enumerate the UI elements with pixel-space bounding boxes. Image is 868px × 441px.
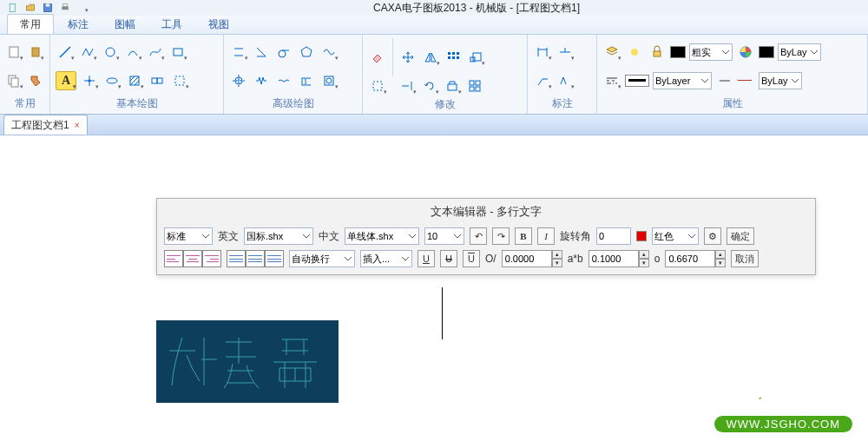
font-cn-combo[interactable]: 单线体.shx — [345, 227, 419, 245]
strikethrough-button[interactable]: U̶ — [440, 250, 457, 267]
insert-combo[interactable]: 插入... — [360, 250, 412, 267]
polyline-icon[interactable] — [78, 43, 97, 62]
centerline-icon[interactable] — [229, 71, 248, 90]
valign-mid-icon[interactable] — [246, 250, 265, 267]
layer-combo[interactable]: ByLayer — [653, 72, 712, 89]
circle-icon[interactable] — [101, 43, 120, 62]
close-icon[interactable]: × — [75, 121, 80, 130]
array-icon[interactable] — [444, 48, 463, 67]
widthfactor-spinner[interactable]: ▴▾ — [589, 250, 649, 267]
layeron-icon[interactable] — [625, 43, 644, 62]
erase-icon[interactable] — [368, 48, 387, 67]
line-icon[interactable] — [56, 43, 75, 62]
underline-button[interactable]: U — [418, 250, 435, 267]
cancel-button[interactable]: 取消 — [731, 250, 759, 267]
svg-rect-31 — [302, 78, 306, 85]
document-tab[interactable]: 工程图文档1 × — [3, 115, 88, 135]
gear-icon[interactable]: ⚙ — [704, 227, 721, 245]
color-swatch[interactable] — [759, 46, 774, 58]
oblique-spinner[interactable]: ▴▾ — [502, 250, 562, 267]
dim-linear-icon[interactable] — [533, 43, 552, 62]
color-combo[interactable]: ByLay — [778, 43, 821, 61]
ok-button[interactable]: 确定 — [727, 227, 754, 245]
tab-tools[interactable]: 工具 — [149, 15, 194, 34]
svg-line-19 — [135, 81, 139, 85]
ltscale-icon[interactable] — [715, 71, 734, 90]
move-icon[interactable] — [398, 48, 418, 67]
save-icon[interactable] — [42, 2, 54, 14]
paste-icon[interactable] — [5, 43, 23, 62]
drawing-canvas[interactable]: 文本编辑器 - 多行文字 标准 英文 国标.shx 中文 单线体.shx 10 … — [0, 135, 868, 441]
region-icon[interactable] — [170, 71, 189, 90]
open-icon[interactable] — [24, 2, 36, 14]
point-icon[interactable] — [80, 71, 99, 90]
rotate-icon[interactable] — [420, 76, 439, 95]
layer-color-swatch[interactable] — [670, 46, 686, 58]
align-right-icon[interactable] — [202, 250, 221, 267]
style-combo[interactable]: 标准 — [164, 227, 213, 245]
boundary-icon[interactable] — [148, 71, 167, 90]
undo-icon[interactable]: ↶ — [470, 227, 487, 245]
spline-icon[interactable] — [146, 43, 165, 62]
dim-align-icon[interactable] — [556, 43, 575, 62]
angle-icon[interactable] — [252, 43, 271, 62]
svg-line-17 — [130, 76, 135, 81]
fillet-icon[interactable] — [443, 76, 462, 95]
polygon-icon[interactable] — [297, 43, 316, 62]
arc-icon[interactable] — [123, 43, 142, 62]
qat-customize-icon[interactable] — [76, 2, 89, 14]
dim-leader-icon[interactable] — [533, 71, 552, 90]
extend-icon[interactable] — [398, 76, 417, 95]
ellipse-icon[interactable] — [102, 71, 122, 90]
layer-icon[interactable] — [602, 43, 621, 62]
slot-icon[interactable] — [297, 71, 316, 90]
tangent-icon[interactable] — [274, 43, 293, 62]
wave-icon[interactable] — [319, 43, 339, 62]
print-icon[interactable] — [59, 2, 71, 14]
wrap-combo[interactable]: 自动换行 — [289, 250, 355, 267]
formatpainter-icon[interactable] — [27, 71, 45, 90]
scale-icon[interactable] — [466, 48, 485, 67]
overline-button[interactable]: U — [463, 250, 480, 267]
mirror-icon[interactable] — [421, 48, 440, 67]
rect-icon[interactable] — [168, 43, 187, 62]
hole-icon[interactable] — [319, 71, 339, 90]
color-swatch-red[interactable] — [636, 231, 647, 241]
dim-roughness-icon[interactable] — [556, 71, 575, 90]
linetype-combo[interactable]: ByLay — [759, 72, 802, 89]
rotation-input[interactable] — [596, 227, 631, 245]
redo-icon[interactable]: ↷ — [492, 227, 510, 245]
cad-text-object[interactable] — [156, 320, 339, 403]
textcolor-combo[interactable]: 红色 — [652, 227, 699, 245]
svg-rect-46 — [373, 82, 382, 90]
bold-button[interactable]: B — [515, 227, 532, 245]
text-icon[interactable]: A — [56, 71, 76, 90]
chamfer-icon[interactable] — [274, 71, 293, 90]
valign-bot-icon[interactable] — [265, 250, 284, 267]
copy-icon[interactable] — [5, 71, 23, 90]
parallel-icon[interactable] — [229, 43, 248, 62]
clipboard-icon[interactable] — [27, 43, 45, 62]
italic-button[interactable]: I — [537, 227, 555, 245]
hatch-icon[interactable] — [125, 71, 144, 90]
tab-annotate[interactable]: 标注 — [56, 15, 101, 34]
break-icon[interactable] — [252, 71, 271, 90]
svg-rect-38 — [448, 52, 450, 55]
new-icon[interactable] — [7, 2, 19, 14]
trim-icon[interactable] — [368, 76, 387, 95]
tab-view[interactable]: 视图 — [196, 15, 241, 34]
valign-top-icon[interactable] — [227, 250, 246, 267]
spacing-spinner[interactable]: ▴▾ — [665, 250, 726, 267]
linetype-icon[interactable] — [602, 71, 621, 90]
document-tab-bar: 工程图文档1 × — [0, 115, 868, 135]
lineweight-combo[interactable]: 粗实 — [689, 43, 733, 61]
align-center-icon[interactable] — [183, 250, 202, 267]
tab-common[interactable]: 常用 — [7, 14, 54, 34]
font-en-combo[interactable]: 国标.shx — [244, 227, 313, 245]
explode-icon[interactable] — [465, 76, 484, 95]
align-left-icon[interactable] — [164, 250, 183, 267]
size-combo[interactable]: 10 — [424, 227, 464, 245]
tab-sheet[interactable]: 图幅 — [102, 15, 148, 34]
colorwheel-icon[interactable] — [736, 43, 755, 62]
locked-icon[interactable] — [648, 43, 667, 62]
